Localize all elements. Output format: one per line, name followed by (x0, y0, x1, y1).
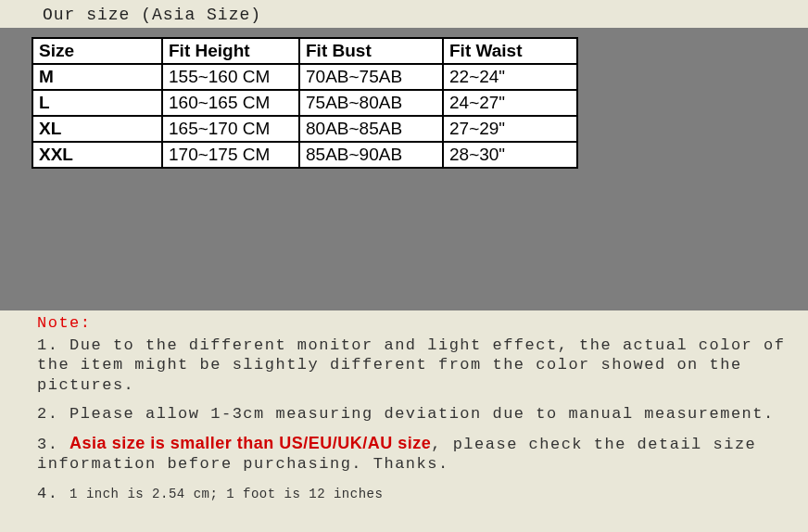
cell-size: XXL (32, 142, 162, 168)
header-fit-waist: Fit Waist (443, 38, 577, 64)
note4-prefix: 4. (37, 485, 69, 502)
header-size: Size (32, 38, 162, 64)
cell-height: 165~170 CM (162, 116, 299, 142)
cell-height: 155~160 CM (162, 64, 299, 90)
table-row: XXL 170~175 CM 85AB~90AB 28~30" (32, 142, 577, 168)
note-label: Note: (37, 314, 92, 332)
cell-height: 170~175 CM (162, 142, 299, 168)
table-row: L 160~165 CM 75AB~80AB 24~27" (32, 90, 577, 116)
header-fit-bust: Fit Bust (299, 38, 443, 64)
note3-bold: Asia size is smaller than US/EU/UK/AU si… (69, 434, 431, 452)
size-table: Size Fit Height Fit Bust Fit Waist M 155… (32, 37, 578, 169)
note-line-2: 2. Please allow 1-3cm measuring deviatio… (37, 404, 791, 424)
cell-size: L (32, 90, 162, 116)
cell-bust: 85AB~90AB (299, 142, 443, 168)
cell-waist: 24~27" (443, 90, 577, 116)
note4-small: 1 inch is 2.54 cm; 1 foot is 12 inches (69, 487, 383, 501)
cell-size: M (32, 64, 162, 90)
notes-section: Note: 1. Due to the different monitor an… (0, 310, 808, 503)
note3-prefix: 3. (37, 436, 69, 453)
cell-height: 160~165 CM (162, 90, 299, 116)
cell-bust: 80AB~85AB (299, 116, 443, 142)
table-header-row: Size Fit Height Fit Bust Fit Waist (32, 38, 577, 64)
cell-bust: 75AB~80AB (299, 90, 443, 116)
table-container: Size Fit Height Fit Bust Fit Waist M 155… (0, 28, 808, 310)
cell-waist: 22~24" (443, 64, 577, 90)
cell-waist: 28~30" (443, 142, 577, 168)
note-line-3: 3. Asia size is smaller than US/EU/UK/AU… (37, 433, 791, 475)
note-line-1: 1. Due to the different monitor and ligh… (37, 336, 791, 395)
table-row: XL 165~170 CM 80AB~85AB 27~29" (32, 116, 577, 142)
note-line-4: 4. 1 inch is 2.54 cm; 1 foot is 12 inche… (37, 484, 791, 503)
table-row: M 155~160 CM 70AB~75AB 22~24" (32, 64, 577, 90)
cell-bust: 70AB~75AB (299, 64, 443, 90)
cell-waist: 27~29" (443, 116, 577, 142)
header-fit-height: Fit Height (162, 38, 299, 64)
cell-size: XL (32, 116, 162, 142)
page-title: Our size (Asia Size) (0, 0, 808, 28)
